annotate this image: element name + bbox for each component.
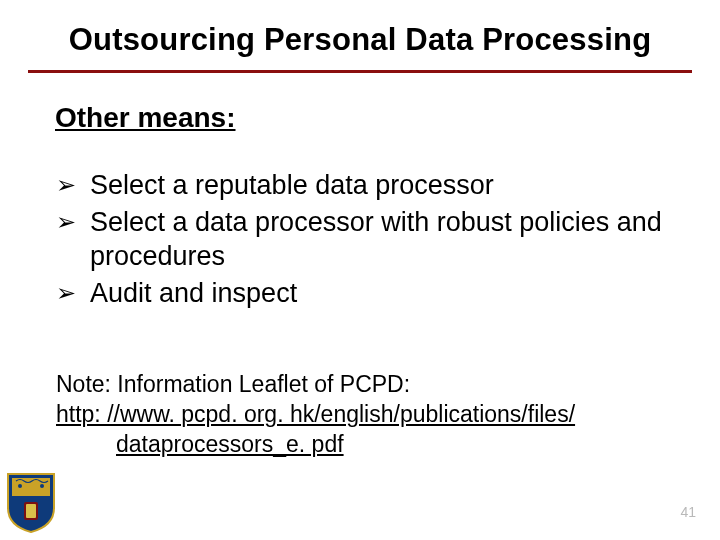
note-label: Note: Information Leaflet of PCPD:: [56, 370, 676, 400]
subheading: Other means:: [55, 102, 236, 134]
title-underline: [28, 70, 692, 73]
note-link-line2[interactable]: dataprocessors_e. pdf: [56, 430, 676, 460]
slide-title: Outsourcing Personal Data Processing: [0, 22, 720, 58]
list-item: ➢ Audit and inspect: [56, 276, 676, 311]
list-item-text: Select a reputable data processor: [90, 168, 676, 203]
page-number: 41: [680, 504, 696, 520]
svg-rect-2: [26, 504, 36, 518]
list-item: ➢ Select a data processor with robust po…: [56, 205, 676, 274]
university-crest-icon: [6, 472, 56, 534]
bullet-arrow-icon: ➢: [56, 205, 90, 239]
bullet-arrow-icon: ➢: [56, 168, 90, 202]
list-item-text: Select a data processor with robust poli…: [90, 205, 676, 274]
slide: Outsourcing Personal Data Processing Oth…: [0, 0, 720, 540]
svg-rect-0: [12, 478, 50, 496]
note-block: Note: Information Leaflet of PCPD: http:…: [56, 370, 676, 460]
note-link-line1[interactable]: http: //www. pcpd. org. hk/english/publi…: [56, 401, 575, 427]
svg-point-4: [40, 484, 44, 488]
bullet-arrow-icon: ➢: [56, 276, 90, 310]
list-item: ➢ Select a reputable data processor: [56, 168, 676, 203]
list-item-text: Audit and inspect: [90, 276, 676, 311]
bullet-list: ➢ Select a reputable data processor ➢ Se…: [56, 168, 676, 312]
svg-point-3: [18, 484, 22, 488]
